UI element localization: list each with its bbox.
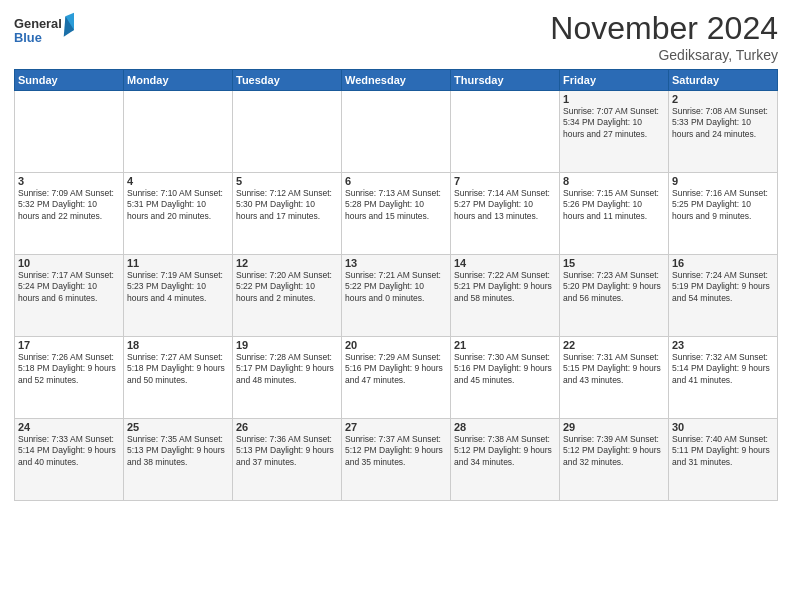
day-number: 4 xyxy=(127,175,229,187)
day-info: Sunrise: 7:37 AM Sunset: 5:12 PM Dayligh… xyxy=(345,434,447,468)
calendar-cell: 11Sunrise: 7:19 AM Sunset: 5:23 PM Dayli… xyxy=(124,255,233,337)
calendar-cell xyxy=(15,91,124,173)
calendar-cell: 20Sunrise: 7:29 AM Sunset: 5:16 PM Dayli… xyxy=(342,337,451,419)
day-info: Sunrise: 7:19 AM Sunset: 5:23 PM Dayligh… xyxy=(127,270,229,304)
day-number: 19 xyxy=(236,339,338,351)
logo: General Blue xyxy=(14,10,74,50)
month-title: November 2024 xyxy=(550,10,778,47)
day-info: Sunrise: 7:24 AM Sunset: 5:19 PM Dayligh… xyxy=(672,270,774,304)
day-number: 16 xyxy=(672,257,774,269)
calendar-body: 1Sunrise: 7:07 AM Sunset: 5:34 PM Daylig… xyxy=(15,91,778,501)
calendar-cell: 28Sunrise: 7:38 AM Sunset: 5:12 PM Dayli… xyxy=(451,419,560,501)
calendar-cell xyxy=(124,91,233,173)
day-info: Sunrise: 7:35 AM Sunset: 5:13 PM Dayligh… xyxy=(127,434,229,468)
day-info: Sunrise: 7:10 AM Sunset: 5:31 PM Dayligh… xyxy=(127,188,229,222)
week-row-4: 17Sunrise: 7:26 AM Sunset: 5:18 PM Dayli… xyxy=(15,337,778,419)
calendar-cell: 19Sunrise: 7:28 AM Sunset: 5:17 PM Dayli… xyxy=(233,337,342,419)
day-info: Sunrise: 7:23 AM Sunset: 5:20 PM Dayligh… xyxy=(563,270,665,304)
calendar-cell: 24Sunrise: 7:33 AM Sunset: 5:14 PM Dayli… xyxy=(15,419,124,501)
calendar-cell: 5Sunrise: 7:12 AM Sunset: 5:30 PM Daylig… xyxy=(233,173,342,255)
day-number: 3 xyxy=(18,175,120,187)
calendar-cell: 10Sunrise: 7:17 AM Sunset: 5:24 PM Dayli… xyxy=(15,255,124,337)
day-number: 1 xyxy=(563,93,665,105)
calendar-cell: 6Sunrise: 7:13 AM Sunset: 5:28 PM Daylig… xyxy=(342,173,451,255)
svg-text:General: General xyxy=(14,16,62,31)
weekday-header-tuesday: Tuesday xyxy=(233,70,342,91)
day-number: 24 xyxy=(18,421,120,433)
calendar-cell: 25Sunrise: 7:35 AM Sunset: 5:13 PM Dayli… xyxy=(124,419,233,501)
day-info: Sunrise: 7:13 AM Sunset: 5:28 PM Dayligh… xyxy=(345,188,447,222)
day-info: Sunrise: 7:16 AM Sunset: 5:25 PM Dayligh… xyxy=(672,188,774,222)
calendar-cell: 26Sunrise: 7:36 AM Sunset: 5:13 PM Dayli… xyxy=(233,419,342,501)
day-info: Sunrise: 7:30 AM Sunset: 5:16 PM Dayligh… xyxy=(454,352,556,386)
calendar-cell: 4Sunrise: 7:10 AM Sunset: 5:31 PM Daylig… xyxy=(124,173,233,255)
day-number: 18 xyxy=(127,339,229,351)
day-number: 12 xyxy=(236,257,338,269)
calendar-cell: 13Sunrise: 7:21 AM Sunset: 5:22 PM Dayli… xyxy=(342,255,451,337)
calendar-cell: 18Sunrise: 7:27 AM Sunset: 5:18 PM Dayli… xyxy=(124,337,233,419)
calendar-cell xyxy=(233,91,342,173)
weekday-header-sunday: Sunday xyxy=(15,70,124,91)
day-number: 6 xyxy=(345,175,447,187)
week-row-2: 3Sunrise: 7:09 AM Sunset: 5:32 PM Daylig… xyxy=(15,173,778,255)
day-number: 17 xyxy=(18,339,120,351)
day-number: 10 xyxy=(18,257,120,269)
day-number: 23 xyxy=(672,339,774,351)
day-number: 14 xyxy=(454,257,556,269)
weekday-header-monday: Monday xyxy=(124,70,233,91)
day-info: Sunrise: 7:27 AM Sunset: 5:18 PM Dayligh… xyxy=(127,352,229,386)
calendar-cell: 22Sunrise: 7:31 AM Sunset: 5:15 PM Dayli… xyxy=(560,337,669,419)
calendar: SundayMondayTuesdayWednesdayThursdayFrid… xyxy=(14,69,778,501)
week-row-5: 24Sunrise: 7:33 AM Sunset: 5:14 PM Dayli… xyxy=(15,419,778,501)
calendar-cell: 7Sunrise: 7:14 AM Sunset: 5:27 PM Daylig… xyxy=(451,173,560,255)
location: Gediksaray, Turkey xyxy=(550,47,778,63)
day-number: 2 xyxy=(672,93,774,105)
calendar-header-row: SundayMondayTuesdayWednesdayThursdayFrid… xyxy=(15,70,778,91)
day-info: Sunrise: 7:20 AM Sunset: 5:22 PM Dayligh… xyxy=(236,270,338,304)
day-number: 7 xyxy=(454,175,556,187)
day-number: 20 xyxy=(345,339,447,351)
day-info: Sunrise: 7:17 AM Sunset: 5:24 PM Dayligh… xyxy=(18,270,120,304)
day-number: 25 xyxy=(127,421,229,433)
day-number: 21 xyxy=(454,339,556,351)
day-info: Sunrise: 7:15 AM Sunset: 5:26 PM Dayligh… xyxy=(563,188,665,222)
day-info: Sunrise: 7:38 AM Sunset: 5:12 PM Dayligh… xyxy=(454,434,556,468)
calendar-cell: 15Sunrise: 7:23 AM Sunset: 5:20 PM Dayli… xyxy=(560,255,669,337)
calendar-cell: 3Sunrise: 7:09 AM Sunset: 5:32 PM Daylig… xyxy=(15,173,124,255)
calendar-cell: 17Sunrise: 7:26 AM Sunset: 5:18 PM Dayli… xyxy=(15,337,124,419)
day-info: Sunrise: 7:28 AM Sunset: 5:17 PM Dayligh… xyxy=(236,352,338,386)
day-number: 5 xyxy=(236,175,338,187)
day-info: Sunrise: 7:22 AM Sunset: 5:21 PM Dayligh… xyxy=(454,270,556,304)
calendar-cell: 27Sunrise: 7:37 AM Sunset: 5:12 PM Dayli… xyxy=(342,419,451,501)
day-number: 15 xyxy=(563,257,665,269)
calendar-cell: 16Sunrise: 7:24 AM Sunset: 5:19 PM Dayli… xyxy=(669,255,778,337)
calendar-cell: 12Sunrise: 7:20 AM Sunset: 5:22 PM Dayli… xyxy=(233,255,342,337)
weekday-header-friday: Friday xyxy=(560,70,669,91)
day-info: Sunrise: 7:31 AM Sunset: 5:15 PM Dayligh… xyxy=(563,352,665,386)
page-header: General Blue November 2024 Gediksaray, T… xyxy=(14,10,778,63)
day-number: 26 xyxy=(236,421,338,433)
day-number: 30 xyxy=(672,421,774,433)
day-info: Sunrise: 7:32 AM Sunset: 5:14 PM Dayligh… xyxy=(672,352,774,386)
day-info: Sunrise: 7:21 AM Sunset: 5:22 PM Dayligh… xyxy=(345,270,447,304)
calendar-cell xyxy=(451,91,560,173)
day-info: Sunrise: 7:07 AM Sunset: 5:34 PM Dayligh… xyxy=(563,106,665,140)
day-number: 27 xyxy=(345,421,447,433)
day-info: Sunrise: 7:09 AM Sunset: 5:32 PM Dayligh… xyxy=(18,188,120,222)
calendar-cell: 14Sunrise: 7:22 AM Sunset: 5:21 PM Dayli… xyxy=(451,255,560,337)
calendar-cell: 23Sunrise: 7:32 AM Sunset: 5:14 PM Dayli… xyxy=(669,337,778,419)
day-info: Sunrise: 7:36 AM Sunset: 5:13 PM Dayligh… xyxy=(236,434,338,468)
calendar-cell: 30Sunrise: 7:40 AM Sunset: 5:11 PM Dayli… xyxy=(669,419,778,501)
day-number: 22 xyxy=(563,339,665,351)
weekday-header-wednesday: Wednesday xyxy=(342,70,451,91)
week-row-3: 10Sunrise: 7:17 AM Sunset: 5:24 PM Dayli… xyxy=(15,255,778,337)
day-info: Sunrise: 7:40 AM Sunset: 5:11 PM Dayligh… xyxy=(672,434,774,468)
day-info: Sunrise: 7:26 AM Sunset: 5:18 PM Dayligh… xyxy=(18,352,120,386)
week-row-1: 1Sunrise: 7:07 AM Sunset: 5:34 PM Daylig… xyxy=(15,91,778,173)
day-number: 9 xyxy=(672,175,774,187)
title-block: November 2024 Gediksaray, Turkey xyxy=(550,10,778,63)
day-info: Sunrise: 7:12 AM Sunset: 5:30 PM Dayligh… xyxy=(236,188,338,222)
day-info: Sunrise: 7:29 AM Sunset: 5:16 PM Dayligh… xyxy=(345,352,447,386)
day-info: Sunrise: 7:33 AM Sunset: 5:14 PM Dayligh… xyxy=(18,434,120,468)
calendar-cell: 29Sunrise: 7:39 AM Sunset: 5:12 PM Dayli… xyxy=(560,419,669,501)
